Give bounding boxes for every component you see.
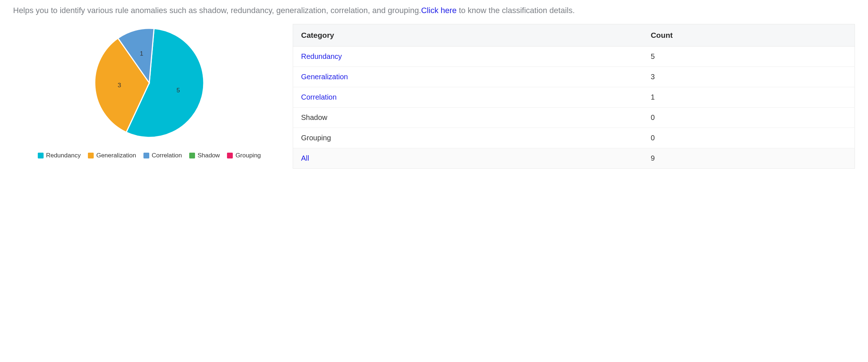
legend-item-correlation[interactable]: Correlation [143,152,182,159]
legend-label: Shadow [198,152,220,159]
category-cell[interactable]: All [293,148,643,169]
category-cell[interactable]: Generalization [293,67,643,87]
count-cell: 0 [643,108,855,128]
pie-chart-panel: 531 RedundancyGeneralizationCorrelationS… [13,24,285,159]
table-row: Correlation1 [293,87,855,108]
table-row: Shadow0 [293,108,855,128]
legend-item-generalization[interactable]: Generalization [88,152,136,159]
pie-chart: 531 [95,28,204,137]
count-cell: 1 [643,87,855,108]
column-header-count: Count [643,24,855,47]
legend-item-grouping[interactable]: Grouping [227,152,261,159]
legend-swatch [88,153,94,158]
legend-item-shadow[interactable]: Shadow [189,152,220,159]
count-cell: 9 [643,148,855,169]
description-prefix: Helps you to identify various rule anoma… [13,6,421,15]
legend-label: Redundancy [46,152,81,159]
category-cell: Shadow [293,108,643,128]
legend-item-redundancy[interactable]: Redundancy [38,152,81,159]
legend-label: Correlation [152,152,182,159]
category-cell: Grouping [293,128,643,148]
legend-swatch [189,153,195,158]
table-row: Generalization3 [293,67,855,87]
legend-swatch [143,153,149,158]
count-cell: 3 [643,67,855,87]
description-suffix: to know the classification details. [457,6,575,15]
description-text: Helps you to identify various rule anoma… [13,6,855,15]
table-row: Grouping0 [293,128,855,148]
legend-swatch [227,153,233,158]
category-cell[interactable]: Correlation [293,87,643,108]
classification-details-link[interactable]: Click here [421,6,457,15]
anomaly-table: Category Count Redundancy5Generalization… [293,24,855,169]
legend-label: Generalization [96,152,136,159]
table-row: All9 [293,148,855,169]
legend-label: Grouping [235,152,261,159]
chart-legend: RedundancyGeneralizationCorrelationShado… [38,152,261,159]
table-row: Redundancy5 [293,47,855,67]
count-cell: 5 [643,47,855,67]
count-cell: 0 [643,128,855,148]
category-cell[interactable]: Redundancy [293,47,643,67]
column-header-category: Category [293,24,643,47]
legend-swatch [38,153,44,158]
